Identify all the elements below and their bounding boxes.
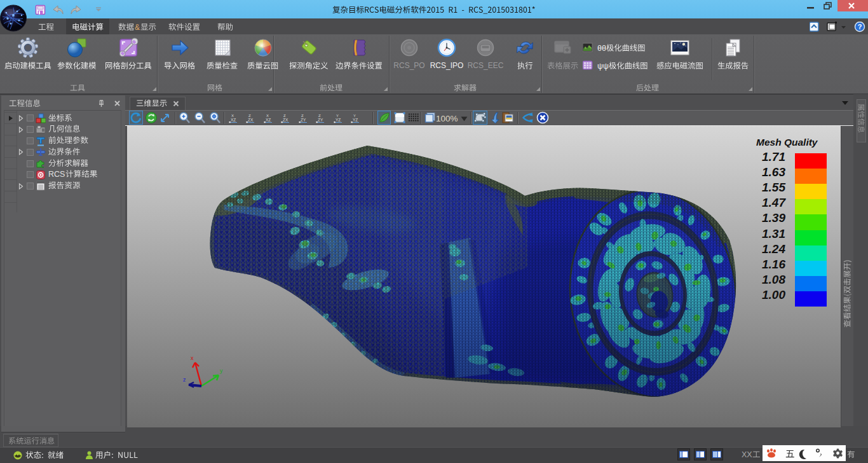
svg-text:y: y bbox=[220, 368, 223, 374]
svg-text:ZY: ZY bbox=[301, 118, 306, 122]
svg-text:ZX: ZX bbox=[283, 118, 288, 122]
svg-text:YZ: YZ bbox=[336, 118, 341, 122]
svg-text:?: ? bbox=[858, 23, 862, 31]
svg-text:XZ: XZ bbox=[231, 118, 236, 122]
svg-text:XZ: XZ bbox=[266, 118, 271, 122]
svg-text:YZ: YZ bbox=[353, 118, 358, 122]
svg-text:ZY: ZY bbox=[318, 118, 323, 122]
svg-text:ZX: ZX bbox=[248, 118, 254, 122]
svg-text:x: x bbox=[191, 355, 194, 361]
svg-text:z: z bbox=[183, 377, 186, 383]
